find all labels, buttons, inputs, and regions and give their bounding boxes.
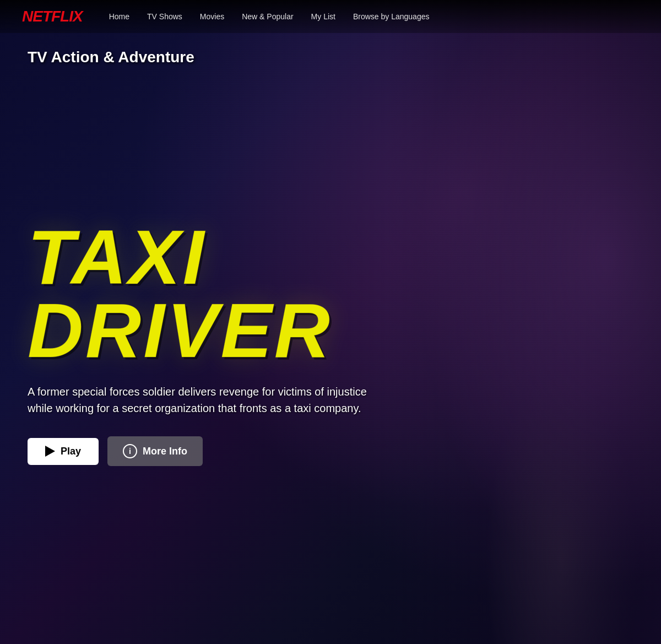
- play-button-label: Play: [61, 446, 81, 457]
- more-info-button-label: More Info: [143, 446, 187, 457]
- action-buttons: Play i More Info: [28, 436, 633, 466]
- nav-tv-shows[interactable]: TV Shows: [147, 12, 182, 21]
- info-icon: i: [123, 444, 137, 458]
- nav-browse-languages[interactable]: Browse by Languages: [353, 12, 430, 21]
- nav-movies[interactable]: Movies: [200, 12, 224, 21]
- play-icon: [45, 446, 55, 457]
- show-title-line1: TAXI: [28, 220, 633, 294]
- netflix-logo: NETFLIX: [22, 8, 83, 25]
- genre-title: TV Action & Adventure: [28, 48, 633, 66]
- show-title: TAXI DRIVER: [28, 220, 633, 367]
- navbar: NETFLIX Home TV Shows Movies New & Popul…: [0, 0, 661, 33]
- more-info-button[interactable]: i More Info: [107, 436, 203, 466]
- show-title-line2: DRIVER: [28, 294, 633, 367]
- show-title-container: TAXI DRIVER: [28, 220, 633, 367]
- nav-my-list[interactable]: My List: [311, 12, 335, 21]
- play-button[interactable]: Play: [28, 438, 99, 465]
- show-description: A former special forces soldier delivers…: [28, 383, 369, 416]
- nav-new-popular[interactable]: New & Popular: [242, 12, 293, 21]
- hero-content: TV Action & Adventure TAXI DRIVER A form…: [0, 0, 661, 644]
- nav-home[interactable]: Home: [109, 12, 129, 21]
